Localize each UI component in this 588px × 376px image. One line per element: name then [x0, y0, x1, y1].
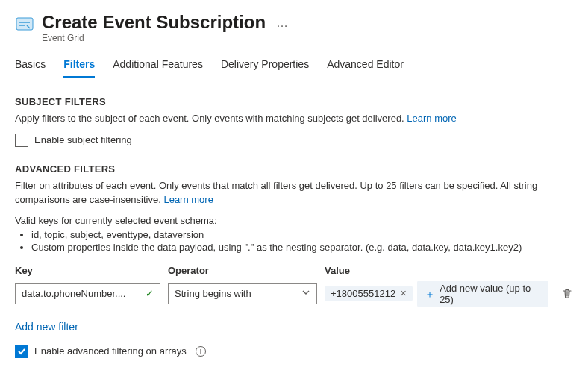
add-new-value-button[interactable]: ＋ Add new value (up to 25): [417, 281, 548, 307]
filter-row: data.to.phoneNumber.... ✓ String begins …: [15, 281, 573, 307]
tab-filters[interactable]: Filters: [63, 54, 95, 78]
chevron-down-icon: [301, 288, 310, 299]
enable-array-filtering-checkbox[interactable]: [15, 345, 28, 358]
remove-value-icon[interactable]: ✕: [400, 289, 407, 298]
tab-advanced-editor[interactable]: Advanced Editor: [327, 54, 404, 78]
tab-additional-features[interactable]: Additional Features: [113, 54, 203, 78]
advanced-learn-more-link[interactable]: Learn more: [163, 194, 213, 205]
advanced-filters-desc: Filter on attributes of each event. Only…: [15, 179, 573, 207]
check-icon: ✓: [146, 288, 154, 299]
filter-operator-select[interactable]: String begins with: [168, 283, 317, 304]
add-new-filter-link[interactable]: Add new filter: [15, 321, 78, 333]
tab-delivery-properties[interactable]: Delivery Properties: [221, 54, 309, 78]
service-icon: [15, 15, 34, 34]
tab-basics[interactable]: Basics: [15, 54, 46, 78]
subject-filters-heading: SUBJECT FILTERS: [15, 96, 573, 107]
info-icon[interactable]: i: [196, 346, 206, 357]
valid-key-item: Custom properties inside the data payloa…: [31, 242, 573, 253]
col-value: Value: [325, 265, 548, 276]
valid-keys-intro: Valid keys for currently selected event …: [15, 215, 573, 226]
enable-subject-filtering-checkbox[interactable]: [15, 134, 28, 147]
col-operator: Operator: [168, 265, 317, 276]
advanced-filters-heading: ADVANCED FILTERS: [15, 163, 573, 175]
filter-value-chip: +18005551212 ✕: [325, 286, 413, 301]
col-key: Key: [15, 265, 160, 276]
subject-learn-more-link[interactable]: Learn more: [407, 113, 456, 124]
delete-filter-button[interactable]: [556, 288, 578, 300]
more-button[interactable]: …: [276, 12, 288, 30]
tab-bar: Basics Filters Additional Features Deliv…: [15, 54, 573, 78]
enable-subject-filtering-label: Enable subject filtering: [34, 134, 132, 145]
plus-icon: ＋: [425, 289, 435, 299]
svg-rect-0: [16, 18, 33, 30]
enable-array-filtering-label: Enable advanced filtering on arrays: [34, 345, 187, 357]
page-subtitle: Event Grid: [42, 33, 266, 43]
valid-key-item: id, topic, subject, eventtype, dataversi…: [31, 229, 573, 240]
page-title: Create Event Subscription: [42, 12, 266, 33]
filter-key-input[interactable]: data.to.phoneNumber.... ✓: [15, 283, 160, 304]
subject-filters-desc: Apply filters to the subject of each eve…: [15, 112, 573, 126]
valid-keys-list: id, topic, subject, eventtype, dataversi…: [31, 229, 573, 253]
